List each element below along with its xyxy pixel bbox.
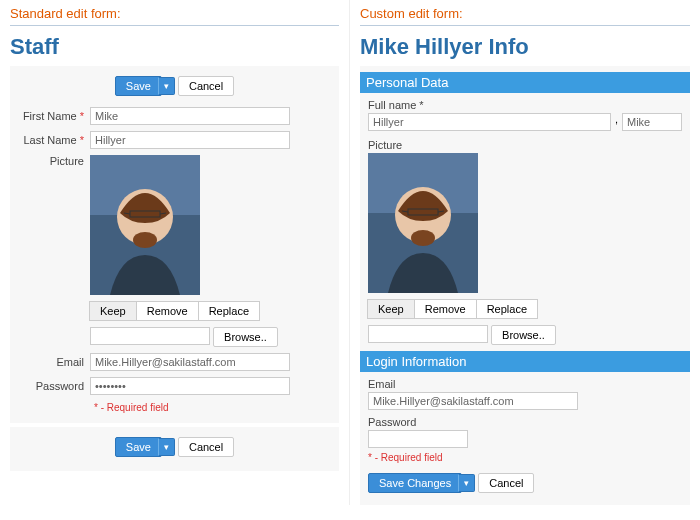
custom-caption: Custom edit form: [360,0,690,25]
fullname-label: Full name * [368,97,682,113]
page-title-standard: Staff [10,32,339,66]
save-dropdown-bottom[interactable]: ▾ [158,438,175,456]
picture-label-r: Picture [368,137,682,153]
required-note: * - Required field [18,398,331,417]
replace-button[interactable]: Replace [198,301,260,321]
file-path-input[interactable] [90,327,210,345]
browse-button-r[interactable]: Browse.. [491,325,556,345]
svg-point-3 [133,232,157,248]
save-dropdown[interactable]: ▾ [158,77,175,95]
first-name-label: First Name * [18,110,90,122]
email-label: Email [18,356,90,368]
save-changes-button[interactable]: Save Changes [368,473,462,493]
save-button[interactable]: Save [115,76,162,96]
password-label: Password [18,380,90,392]
email-label-r: Email [368,376,682,392]
page-title-custom: Mike Hillyer Info [360,32,690,66]
required-note-r: * - Required field [368,448,682,467]
keep-button[interactable]: Keep [89,301,137,321]
svg-point-10 [411,230,435,246]
divider [10,25,339,26]
remove-button[interactable]: Remove [136,301,199,321]
remove-button-r[interactable]: Remove [414,299,477,319]
custom-form: Personal Data Full name * , Picture [360,66,690,505]
standard-caption: Standard edit form: [10,0,339,25]
cancel-button-r[interactable]: Cancel [478,473,534,493]
browse-button[interactable]: Browse.. [213,327,278,347]
first-name-input[interactable] [90,107,290,125]
last-name-input[interactable] [90,131,290,149]
password-input-r[interactable] [368,430,468,448]
password-label-r: Password [368,414,682,430]
last-name-label: Last Name * [18,134,90,146]
email-input-r[interactable] [368,392,578,410]
save-changes-dropdown[interactable]: ▾ [458,474,475,492]
cancel-button-bottom[interactable]: Cancel [178,437,234,457]
cancel-button[interactable]: Cancel [178,76,234,96]
replace-button-r[interactable]: Replace [476,299,538,319]
picture-actions-r: Keep Remove Replace [368,299,538,319]
password-input[interactable] [90,377,290,395]
save-button-bottom[interactable]: Save [115,437,162,457]
staff-photo-r [368,153,478,293]
fullname-last-input[interactable] [368,113,611,131]
divider [360,25,690,26]
picture-label: Picture [18,155,90,167]
picture-actions: Keep Remove Replace [90,301,260,321]
section-login: Login Information [360,351,690,372]
standard-form: Save▾ Cancel First Name * Last Name * Pi… [10,66,339,423]
file-path-input-r[interactable] [368,325,488,343]
keep-button-r[interactable]: Keep [367,299,415,319]
fullname-first-input[interactable] [622,113,682,131]
email-input[interactable] [90,353,290,371]
section-personal: Personal Data [360,72,690,93]
staff-photo [90,155,200,295]
